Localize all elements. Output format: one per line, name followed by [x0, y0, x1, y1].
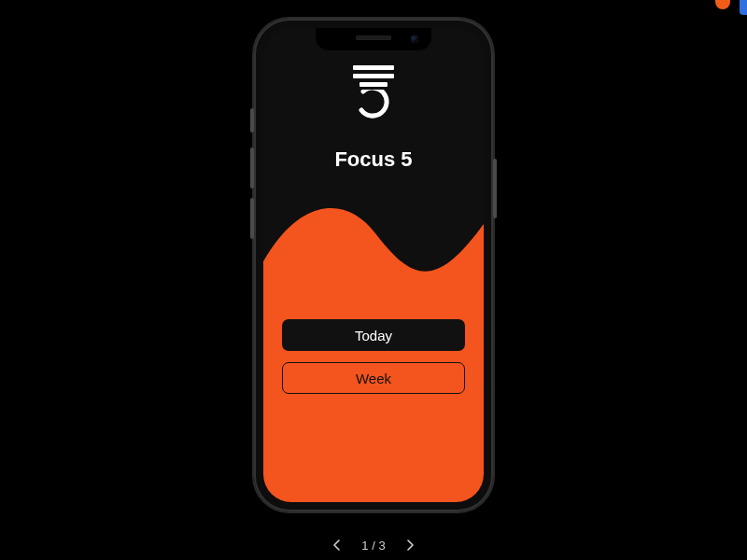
phone-power-button — [493, 159, 497, 218]
phone-screen: Focus 5 Today Week — [263, 28, 484, 502]
phone-volume-up — [250, 147, 254, 189]
pager-prev-button[interactable] — [330, 538, 345, 553]
today-button[interactable]: Today — [282, 319, 465, 351]
app-header: Focus 5 — [263, 65, 484, 172]
focus5-logo-icon — [349, 65, 398, 138]
app-surface: Focus 5 Today Week — [263, 28, 484, 502]
slide-pager: 1 / 3 — [0, 538, 747, 553]
pager-label: 1 / 3 — [361, 539, 385, 553]
phone-front-camera — [411, 35, 418, 43]
phone-mute-switch — [250, 108, 254, 133]
view-switcher: Today Week — [282, 319, 465, 394]
phone-speaker — [356, 35, 391, 40]
phone-notch — [316, 28, 431, 50]
phone-frame: Focus 5 Today Week — [254, 19, 493, 511]
corner-accent-blue — [740, 0, 747, 15]
phone-volume-down — [250, 198, 254, 239]
app-title: Focus 5 — [334, 147, 412, 172]
pager-next-button[interactable] — [402, 538, 417, 553]
week-button[interactable]: Week — [282, 362, 465, 394]
corner-accent-orange — [715, 0, 730, 9]
